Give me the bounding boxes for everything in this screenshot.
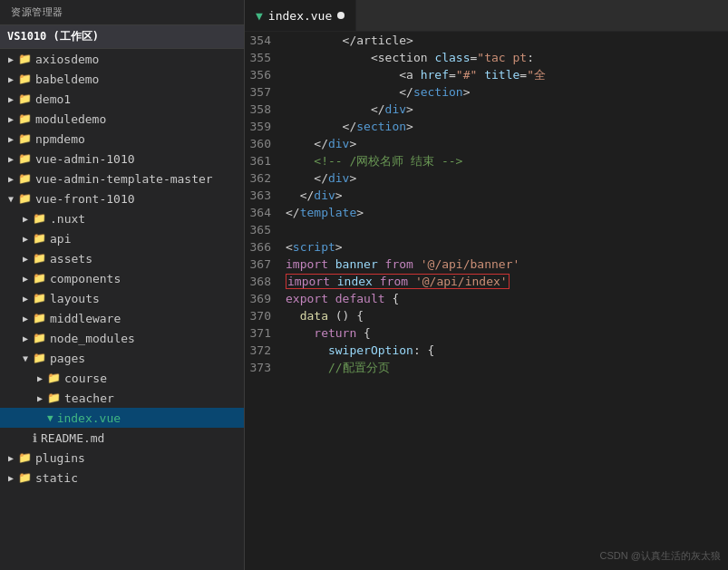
code-line: 373 //配置分页: [245, 359, 728, 376]
folder-icon: 📁: [18, 92, 32, 105]
code-line: 366<script>: [245, 238, 728, 256]
line-content: </div>: [286, 101, 728, 118]
tree-item-teacher[interactable]: ▶📁teacher: [0, 388, 244, 408]
tree-arrow: ▶: [4, 154, 18, 164]
tree-arrow: ▶: [18, 214, 33, 224]
tree-item-label: npmdemo: [35, 132, 85, 146]
folder-icon: 📁: [33, 312, 46, 324]
tree-arrow: ▶: [33, 373, 47, 383]
tree-item-label: vue-admin-template-master: [35, 172, 213, 186]
line-content: import banner from '@/api/banner': [286, 256, 728, 273]
code-line: 369export default {: [245, 290, 728, 307]
tree-arrow: ▶: [18, 333, 33, 343]
line-number: 366: [245, 238, 286, 256]
tree-item-static[interactable]: ▶📁static: [0, 468, 244, 488]
folder-icon: 📁: [18, 192, 32, 205]
tab-filename: index.vue: [268, 9, 332, 23]
line-content: </div>: [286, 169, 728, 187]
tree-item-pages[interactable]: ▼📁pages: [0, 348, 244, 368]
line-content: </template>: [286, 204, 728, 221]
line-number: 368: [245, 273, 286, 290]
code-line: 360 </div>: [245, 135, 728, 152]
tree-item-label: layouts: [50, 292, 100, 305]
tree-arrow: ▶: [18, 294, 33, 304]
tree-arrow: ▶: [18, 234, 33, 244]
tree-arrow: ▼: [18, 353, 33, 363]
line-number: 360: [245, 135, 286, 152]
folder-icon: 📁: [33, 352, 46, 364]
tree-item-npmdemo[interactable]: ▶📁npmdemo: [0, 129, 244, 149]
tree-item-readme[interactable]: ℹREADME.md: [0, 428, 244, 448]
tree-item-vue-admin-template-master[interactable]: ▶📁vue-admin-template-master: [0, 169, 244, 188]
code-line: 371 return {: [245, 324, 728, 342]
tree-item-vue-front-1010[interactable]: ▼📁vue-front-1010: [0, 188, 244, 208]
folder-icon: 📁: [18, 72, 32, 85]
line-content: swiperOption: {: [286, 342, 728, 359]
tree-arrow: ▶: [4, 54, 18, 64]
line-number: 364: [245, 204, 286, 221]
code-line: 356 <a href="#" title="全: [245, 66, 728, 83]
folder-icon: 📁: [18, 152, 32, 165]
tree-item-api[interactable]: ▶📁api: [0, 228, 244, 248]
tree-item-node_modules[interactable]: ▶📁node_modules: [0, 328, 244, 348]
tab-bar: ▼ index.vue: [245, 0, 728, 32]
line-number: 359: [245, 118, 286, 135]
code-line: 363 </div>: [245, 187, 728, 204]
folder-icon: 📁: [33, 332, 46, 344]
tree-item-axiosdemo[interactable]: ▶📁axiosdemo: [0, 49, 244, 69]
tree-item-babeldemo[interactable]: ▶📁babeldemo: [0, 69, 244, 89]
code-line: 355 <section class="tac pt:: [245, 49, 728, 66]
code-line: 368import index from '@/api/index': [245, 273, 728, 290]
tree-item-plugins[interactable]: ▶📁plugins: [0, 448, 244, 468]
tree-item-nuxt[interactable]: ▶📁.nuxt: [0, 208, 244, 228]
tree-item-label: moduledemo: [35, 112, 106, 126]
tree-item-moduledemo[interactable]: ▶📁moduledemo: [0, 109, 244, 129]
line-content: </div>: [286, 135, 728, 152]
tree-item-demo1[interactable]: ▶📁demo1: [0, 89, 244, 109]
tree-arrow: ▶: [4, 134, 18, 144]
tree-item-course[interactable]: ▶📁course: [0, 368, 244, 388]
code-editor[interactable]: 354 </article>355 <section class="tac pt…: [245, 32, 728, 570]
line-content: </section>: [286, 83, 728, 101]
tree-item-label: course: [64, 372, 107, 385]
tree-item-assets[interactable]: ▶📁assets: [0, 248, 244, 268]
line-number: 370: [245, 307, 286, 324]
folder-icon: 📁: [18, 451, 32, 464]
code-line: 365: [245, 221, 728, 238]
folder-icon: 📁: [33, 212, 46, 225]
line-content: <script>: [286, 238, 728, 256]
tree-arrow: ▶: [4, 453, 18, 463]
code-line: 364</template>: [245, 204, 728, 221]
folder-icon: 📁: [18, 471, 32, 484]
sidebar-title: 资源管理器: [0, 0, 244, 25]
editor-tab[interactable]: ▼ index.vue: [245, 0, 356, 31]
line-content: import index from '@/api/index': [286, 273, 728, 290]
folder-icon: 📁: [33, 292, 46, 304]
tree-item-middleware[interactable]: ▶📁middleware: [0, 308, 244, 328]
tree-arrow: ▶: [4, 114, 18, 124]
code-line: 372 swiperOption: {: [245, 342, 728, 359]
vue-tab-icon: ▼: [256, 9, 263, 23]
code-line: 361 <!-- /网校名师 结束 -->: [245, 152, 728, 169]
tree-arrow: ▶: [18, 314, 33, 324]
folder-icon: 📁: [18, 53, 32, 65]
line-number: 354: [245, 32, 286, 49]
tree-item-label: components: [50, 272, 121, 285]
line-number: 356: [245, 66, 286, 83]
folder-icon: 📁: [33, 252, 46, 265]
tree-item-label: vue-front-1010: [35, 192, 135, 206]
tree-item-layouts[interactable]: ▶📁layouts: [0, 288, 244, 308]
tree-arrow: ▶: [4, 74, 18, 84]
folder-icon: 📁: [18, 132, 32, 145]
tree-item-index-vue[interactable]: ▼index.vue: [0, 408, 244, 428]
tree-item-components[interactable]: ▶📁components: [0, 268, 244, 288]
tree-item-label: pages: [50, 352, 85, 365]
line-number: 363: [245, 187, 286, 204]
tree-arrow: ▶: [4, 473, 18, 483]
tree-arrow: ▶: [4, 174, 18, 184]
tree-item-label: middleware: [50, 312, 121, 325]
code-line: 362 </div>: [245, 169, 728, 187]
code-line: 359 </section>: [245, 118, 728, 135]
tree-item-vue-admin-1010[interactable]: ▶📁vue-admin-1010: [0, 149, 244, 169]
line-number: 358: [245, 101, 286, 118]
